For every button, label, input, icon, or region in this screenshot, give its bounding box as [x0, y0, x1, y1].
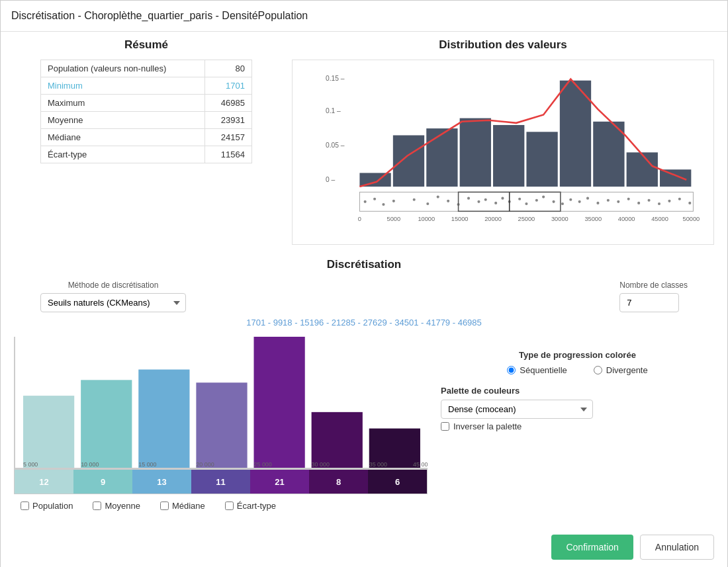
sequential-label: Séquentielle — [520, 365, 567, 375]
checkbox-item[interactable]: Écart-type — [225, 501, 276, 511]
svg-text:15000: 15000 — [451, 216, 469, 222]
method-select[interactable]: Seuils naturels (CKMeans)Intervalles éga… — [40, 293, 186, 312]
checkbox-input[interactable] — [21, 502, 29, 510]
resume-row-value: 1701 — [205, 77, 252, 95]
svg-point-27 — [494, 202, 497, 204]
checkbox-input[interactable] — [160, 502, 169, 510]
svg-point-30 — [518, 198, 521, 200]
discretisation-heading: Discrétisation — [14, 258, 714, 271]
svg-text:25000: 25000 — [518, 216, 535, 222]
svg-rect-8 — [493, 125, 524, 187]
svg-rect-64 — [138, 370, 189, 468]
resume-row-label: Médiane — [41, 129, 205, 146]
svg-point-31 — [525, 202, 527, 205]
checkbox-item[interactable]: Médiane — [160, 501, 205, 511]
svg-text:35 000: 35 000 — [369, 461, 387, 468]
distribution-heading: Distribution des valeurs — [292, 38, 714, 52]
svg-point-39 — [596, 202, 599, 204]
svg-point-32 — [535, 199, 538, 202]
page-title: Discrétisation - Choroplèthe_quartier_pa… — [1, 1, 727, 32]
sequential-radio[interactable] — [507, 366, 516, 374]
invert-palette-checkbox[interactable] — [441, 422, 449, 431]
svg-text:30 000: 30 000 — [312, 461, 330, 468]
legend-cell: 13 — [132, 470, 191, 494]
checkbox-input[interactable] — [225, 502, 234, 510]
svg-rect-65 — [196, 382, 247, 468]
resume-heading: Résumé — [14, 38, 279, 52]
svg-point-35 — [561, 202, 564, 205]
svg-text:40000: 40000 — [618, 216, 635, 222]
resume-table: Population (valeurs non-nulles)80Minimum… — [40, 60, 252, 163]
legend-cell: 8 — [309, 470, 368, 494]
resume-row-label: Moyenne — [41, 112, 205, 129]
svg-rect-12 — [627, 152, 658, 187]
resume-row-value: 80 — [205, 60, 252, 77]
svg-point-28 — [501, 197, 504, 200]
resume-row-value: 23931 — [205, 112, 252, 129]
resume-row-value: 46985 — [205, 95, 252, 112]
svg-text:45 000: 45 000 — [413, 461, 428, 468]
svg-text:0.1 –: 0.1 – — [326, 107, 341, 114]
num-classes-input[interactable] — [619, 293, 679, 312]
svg-text:10000: 10000 — [418, 216, 435, 222]
svg-point-45 — [658, 202, 660, 205]
svg-point-19 — [413, 198, 416, 201]
num-classes-label: Nombre de classes — [619, 281, 688, 290]
checkbox-input[interactable] — [93, 502, 101, 510]
svg-point-38 — [586, 197, 589, 200]
thresholds-display: 1701 - 9918 - 15196 - 21285 - 27629 - 34… — [14, 318, 714, 327]
cancel-button[interactable]: Annulation — [640, 535, 714, 560]
footer-buttons: Confirmation Annulation — [1, 524, 727, 567]
svg-text:0.05 –: 0.05 – — [326, 142, 345, 149]
svg-rect-5 — [393, 135, 424, 187]
svg-text:20 000: 20 000 — [196, 461, 214, 468]
svg-text:0: 0 — [358, 216, 361, 222]
resume-row-value: 11564 — [205, 146, 252, 163]
svg-text:5 000: 5 000 — [23, 461, 38, 468]
svg-point-18 — [392, 200, 395, 202]
svg-rect-14 — [359, 192, 693, 211]
svg-text:20000: 20000 — [484, 216, 502, 222]
svg-point-42 — [627, 198, 630, 200]
svg-point-46 — [668, 200, 670, 202]
palette-select[interactable]: Dense (cmocean)ViridisPlasmaInferno — [441, 400, 593, 419]
svg-point-33 — [542, 196, 545, 198]
divergent-option[interactable]: Divergente — [594, 365, 648, 375]
bar-chart-container: 5 000 10 000 15 000 20 000 25 000 30 000… — [14, 337, 428, 469]
svg-point-41 — [617, 200, 619, 203]
histogram-svg: 0.15 – 0.1 – 0.05 – 0 – — [326, 67, 707, 224]
svg-point-34 — [553, 200, 555, 203]
distribution-chart: 0.15 – 0.1 – 0.05 – 0 – — [292, 60, 714, 245]
checkbox-item[interactable]: Moyenne — [93, 501, 140, 511]
checkbox-label: Population — [32, 501, 73, 511]
svg-rect-6 — [426, 128, 457, 187]
confirm-button[interactable]: Confirmation — [551, 535, 633, 560]
resume-row-label: Minimum — [41, 77, 205, 95]
checkbox-label: Écart-type — [237, 501, 276, 511]
sequential-option[interactable]: Séquentielle — [507, 365, 567, 375]
checkbox-item[interactable]: Population — [21, 501, 73, 511]
legend-cell: 9 — [73, 470, 132, 494]
svg-point-44 — [648, 199, 651, 202]
svg-point-20 — [426, 202, 429, 205]
svg-text:25 000: 25 000 — [254, 461, 272, 468]
svg-text:15 000: 15 000 — [138, 461, 156, 468]
resume-row-label: Population (valeurs non-nulles) — [41, 60, 205, 77]
svg-text:5000: 5000 — [387, 216, 401, 222]
divergent-radio[interactable] — [594, 366, 602, 374]
palette-label: Palette de couleurs — [441, 386, 714, 396]
svg-rect-66 — [254, 337, 305, 468]
svg-text:0 –: 0 – — [326, 176, 336, 183]
svg-point-48 — [688, 202, 691, 204]
svg-rect-13 — [660, 169, 691, 187]
svg-rect-11 — [593, 122, 624, 187]
svg-point-25 — [477, 200, 480, 203]
discretisation-chart-panel: 5 000 10 000 15 000 20 000 25 000 30 000… — [14, 337, 428, 511]
svg-point-47 — [678, 198, 681, 200]
svg-point-15 — [364, 200, 367, 203]
checkboxes-row: Population Moyenne Médiane Écart-type — [14, 501, 428, 511]
resume-row-label: Maximum — [41, 95, 205, 112]
svg-rect-63 — [81, 380, 132, 468]
svg-text:45000: 45000 — [651, 216, 668, 222]
color-type-label: Type de progression colorée — [441, 350, 714, 360]
